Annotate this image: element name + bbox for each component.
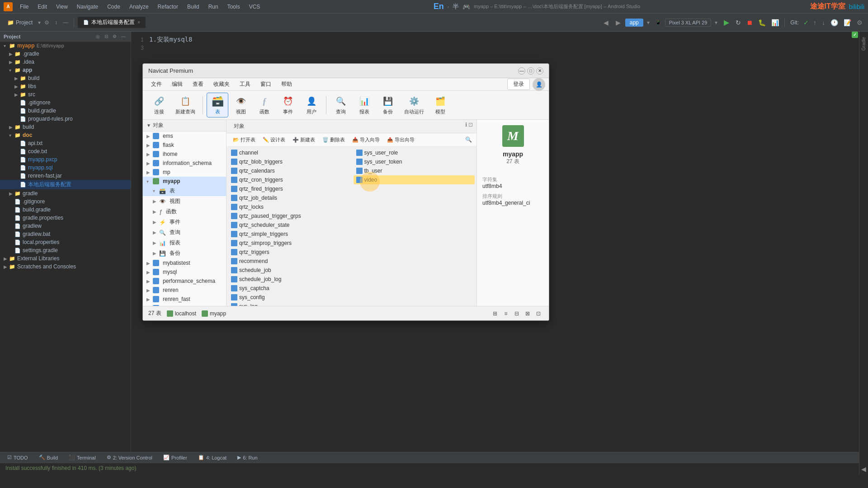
git-history-icon[interactable]: 🕐 [829,18,840,27]
tree-gradle-props[interactable]: ▶ 📄 gradle.properties [0,214,131,222]
nv-tool-query[interactable]: 📋 新建查询 [172,93,199,117]
db-item-myapp[interactable]: ▾ myapp [143,177,226,186]
db-item-renren[interactable]: ▶ renren [143,286,226,295]
navicat-close-btn[interactable]: ✕ [536,67,543,75]
sidebar-close-btn[interactable]: — [120,33,127,39]
tab-todo[interactable]: ☑ TODO [4,454,32,461]
menu-vcs[interactable]: VCS [245,3,264,11]
view-compact-btn[interactable]: ⊠ [523,309,533,319]
nv-tool-report[interactable]: 📊 报表 [354,93,375,117]
settings-icon[interactable]: ⚙ [42,19,51,27]
nv-tool-event[interactable]: ⏰ 事件 [277,93,299,117]
menu-run[interactable]: Run [205,3,222,11]
tree-scratches[interactable]: ▶ 📁 Scratches and Consoles [0,263,131,271]
tree-api[interactable]: ▶ 📄 api.txt [0,139,131,147]
info-icon[interactable]: ℹ [465,122,467,131]
menu-edit[interactable]: Edit [34,3,51,11]
db-item-ems[interactable]: ▶ ems [143,131,226,141]
tree-gitignore[interactable]: ▶ 📄 .gitignore [0,99,131,107]
nv-tool-view[interactable]: 👁️ 视图 [230,93,252,117]
menu-view[interactable]: View [52,3,71,11]
db-sub-event[interactable]: ▶ ⚡ 事件 [143,217,226,227]
tab-version-control[interactable]: ⚙ 2: Version Control [103,454,156,461]
tree-build-root[interactable]: ▶ 📁 build [0,123,131,131]
menu-code[interactable]: Code [104,3,124,11]
tree-local-props[interactable]: ▶ 📄 local.properties [0,238,131,246]
db-item-mp[interactable]: ▶ mp [143,168,226,177]
table-row-sys-captcha[interactable]: sys_captcha [228,284,350,293]
tab-terminal[interactable]: ⬛ Terminal [65,454,99,461]
table-search-btn[interactable]: 🔍 [464,135,473,144]
device-dropdown[interactable]: ▾ [713,19,719,27]
menu-build[interactable]: Build [184,3,203,11]
active-tab[interactable]: 📄 本地后端服务配置 × [78,17,146,28]
navicat-maximize-btn[interactable]: □ [527,67,534,75]
db-item-mysql[interactable]: ▶ mysql [143,267,226,277]
table-row-qrtz-sched[interactable]: qrtz_scheduler_state [228,221,350,230]
tree-root[interactable]: ▾ 📁 myapp E:\ttit\myapp [0,42,131,50]
tab-logcat[interactable]: 📋 4: Logcat [194,454,230,461]
git-pull-icon[interactable]: ↓ [820,18,827,27]
db-sub-table[interactable]: ▾ 🗃️ 表 [143,186,226,196]
db-item-perf-schema[interactable]: ▶ performance_schema [143,277,226,286]
sidebar-settings-btn[interactable]: ⚙ [111,33,118,39]
menu-file[interactable]: File [16,3,32,11]
view-list-btn[interactable]: ≡ [501,309,511,319]
table-row-channel[interactable]: channel [228,148,350,157]
nav-back-btn[interactable]: ◀ [601,18,611,27]
table-row-qrtz-simprop[interactable]: qrtz_simprop_triggers [228,239,350,248]
tree-doc[interactable]: ▾ 📁 doc [0,131,131,139]
tree-settings-gradle[interactable]: ▶ 📄 settings.gradle [0,246,131,254]
table-row-tb-user[interactable]: tb_user [354,166,475,175]
view-tile-btn[interactable]: ⊡ [533,309,543,319]
view-grid-btn[interactable]: ⊞ [490,309,500,319]
table-row-qrtz-blob[interactable]: qrtz_blob_triggers [228,157,350,166]
table-row-sys-user-role[interactable]: sys_user_role [354,148,475,157]
stop-btn[interactable]: ⏹ [745,18,755,27]
nv-menu-favorites[interactable]: 收藏夹 [209,79,234,89]
tab-profiler[interactable]: 📈 Profiler [160,454,191,461]
tree-app[interactable]: ▾ 📁 app [0,66,131,74]
expand-icon[interactable]: ⊡ [468,122,473,131]
tree-build[interactable]: ▶ 📁 build [0,74,131,82]
nav-fwd-btn[interactable]: ▶ [613,18,623,27]
table-row-qrtz-paused[interactable]: qrtz_paused_trigger_grps [228,211,350,221]
nv-menu-window[interactable]: 窗口 [256,79,276,89]
tab-build[interactable]: 🔨 Build [35,454,61,461]
delete-table-btn[interactable]: 🗑️ 删除表 [320,136,348,144]
tree-renren-jar[interactable]: ▶ 📄 renren-fast.jar [0,172,131,180]
tree-root-build-gradle[interactable]: ▶ 📄 build.gradle [0,206,131,214]
db-sub-func[interactable]: ▶ ƒ 函数 [143,206,226,217]
table-row-qrtz-fired[interactable]: qrtz_fired_triggers [228,184,350,193]
db-sub-query[interactable]: ▶ 🔍 查询 [143,227,226,238]
nv-tool-connect[interactable]: 🔗 连接 [148,93,170,117]
nv-menu-edit[interactable]: 编辑 [167,79,187,89]
menu-navigate[interactable]: Navigate [73,3,102,11]
device-selector[interactable]: Pixel 3 XL API 29 [665,19,712,27]
tree-myapp-pxcp[interactable]: ▶ 📄 myapp.pxcp [0,155,131,164]
table-row-qrtz-triggers[interactable]: qrtz_triggers [228,248,350,257]
db-item-flask[interactable]: ▶ flask [143,141,226,150]
table-row-sys-config[interactable]: sys_config [228,293,350,302]
db-sub-report[interactable]: ▶ 📊 报表 [143,238,226,248]
nv-menu-view[interactable]: 查看 [188,79,208,89]
db-item-mybatistest[interactable]: ▶ mybatistest [143,258,226,267]
db-item-renren-security[interactable]: ▶ renren_security [143,304,226,306]
nv-tool-search-query[interactable]: 🔍 查询 [330,93,352,117]
tab-run[interactable]: ▶ 6: Run [234,454,261,461]
run-config-btn[interactable]: app [625,19,643,27]
table-row-schedule-job-log[interactable]: schedule_job_log [228,275,350,284]
db-item-renren-fast[interactable]: ▶ renren_fast [143,295,226,304]
tree-gradle-folder[interactable]: ▶ 📁 gradle [0,189,131,197]
design-table-btn[interactable]: ✏️ 设计表 [260,136,288,144]
tab-close-btn[interactable]: × [137,20,140,25]
table-row-sys-user-token[interactable]: sys_user_token [354,157,475,166]
nv-menu-file[interactable]: 文件 [146,79,166,89]
nv-menu-help[interactable]: 帮助 [277,79,297,89]
run-btn[interactable]: ▶ [721,17,732,28]
db-item-ihome[interactable]: ▶ ihome [143,150,226,159]
new-table-btn[interactable]: ➕ 新建表 [290,136,318,144]
table-row-qrtz-locks[interactable]: qrtz_locks [228,202,350,211]
expand-right-btn[interactable]: ◀ [861,465,866,473]
navicat-minimize-btn[interactable]: — [518,67,525,75]
